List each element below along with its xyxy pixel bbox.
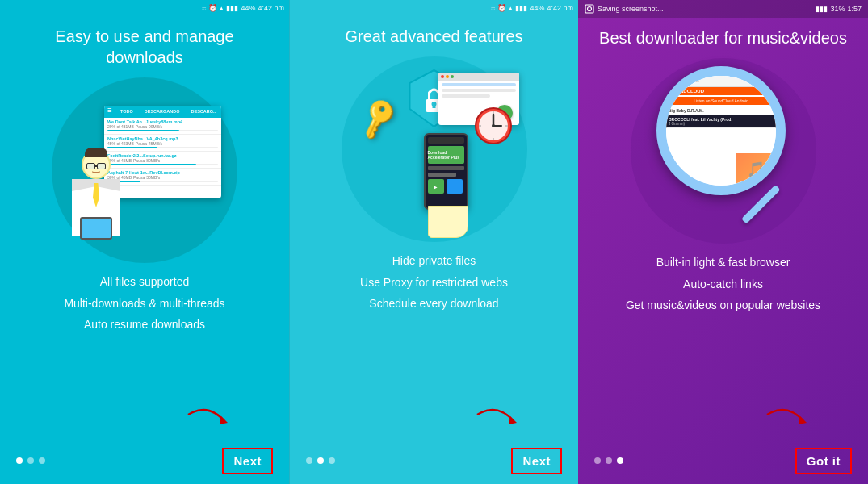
p3-time: 1:57	[847, 5, 862, 13]
dm-header: ☰ TODO DESCARGANDO DESCARG.. ↻	[104, 106, 221, 118]
feature-3-1: Built-in light & fast browser	[626, 252, 820, 273]
arrow-icon-1	[184, 407, 233, 431]
clock-icon	[474, 106, 513, 148]
soundcloud-screen: https://m.soundclou... 🔍 ⚙ SOUNDCLOUD Li…	[666, 76, 776, 186]
screenshot-text: Saving screenshot...	[598, 5, 664, 13]
feature-3-2: Auto-catch links	[626, 273, 820, 295]
sc-track-1: Big Baby D.R.A.M.	[666, 106, 776, 115]
panel1-dots	[16, 457, 45, 464]
panel1-illustration: ☰ TODO DESCARGANDO DESCARG.. ↻ We Dont T…	[52, 77, 237, 263]
person-tablet	[80, 217, 112, 240]
feature-3-3: Get music&videos on popular websites	[626, 294, 820, 316]
dm-tab-downloading: DESCARGANDO	[142, 108, 182, 115]
sc-track-sub: J Gramm)	[669, 122, 774, 126]
signal-icon-2: ▮▮▮	[515, 4, 527, 12]
dot-1-3	[39, 457, 45, 464]
status-bar-1: ⎓ ⏰ ▴ ▮▮▮ 44% 4:42 pm	[0, 0, 289, 16]
feature-2-3: Schedule every download	[360, 293, 508, 315]
panel1-title: Easy to use and manage downloads	[0, 16, 289, 74]
alarm-icon-2: ⏰	[497, 4, 506, 12]
alarm-icon-1: ⏰	[208, 4, 217, 12]
time-2: 4:42 pm	[547, 4, 573, 12]
p3-signal: ▮▮▮	[816, 5, 828, 13]
arrow-icon-3	[763, 407, 811, 431]
panel2-dots	[306, 457, 335, 464]
todo-icon: ☰	[107, 108, 111, 115]
dot-2-1	[306, 457, 312, 464]
bluetooth-icon-2: ⎓	[491, 4, 495, 12]
next-button-1[interactable]: Next	[222, 448, 273, 474]
status-bar-2: ⎓ ⏰ ▴ ▮▮▮ 44% 4:42 pm	[290, 0, 578, 16]
arrow-icon-2	[473, 407, 522, 431]
dm-file-1: We Dont Talk An...Juesky88vm.mp4 29% of …	[104, 118, 221, 135]
wifi-icon-2: ▴	[509, 4, 513, 12]
next-button-2[interactable]: Next	[511, 448, 562, 474]
wifi-icon-1: ▴	[220, 4, 224, 12]
arrow-indicator-1	[184, 407, 233, 434]
sc-url-bar: https://m.soundclou... 🔍 ⚙	[666, 76, 776, 87]
person-illustration	[64, 150, 128, 255]
svg-rect-14	[585, 5, 593, 13]
screenshot-icon	[585, 4, 594, 14]
dot-1-2	[27, 457, 34, 464]
panel3-title: Best downloader for music&videos	[583, 18, 863, 55]
arrow-indicator-2	[473, 407, 522, 434]
panel-1: ⎓ ⏰ ▴ ▮▮▮ 44% 4:42 pm Easy to use and ma…	[0, 0, 289, 484]
phone-hand-illustration: Download Accelerator Plus ▶	[424, 133, 476, 238]
time-1: 4:42 pm	[258, 4, 284, 12]
panel3-dots	[594, 457, 623, 464]
feature-1-3: Auto resume downloads	[64, 314, 224, 336]
person-head	[82, 150, 111, 179]
panel2-illustration: 🔑 ▶	[342, 56, 527, 242]
panel2-title: Great advanced features	[329, 16, 539, 53]
screenshot-saving-indicator: Saving screenshot...	[585, 4, 664, 14]
magnifier-handle	[741, 185, 781, 224]
p3-battery: 31%	[830, 5, 845, 13]
arrow-indicator-3	[763, 407, 811, 434]
feature-2-1: Hide private files	[360, 250, 508, 272]
panel3-illustration: https://m.soundclou... 🔍 ⚙ SOUNDCLOUD Li…	[631, 58, 816, 244]
signal-icon-1: ▮▮▮	[226, 4, 238, 12]
key-icon: 🔑	[354, 95, 401, 141]
dm-tab-done: DESCARG..	[189, 108, 219, 115]
dot-3-2	[606, 457, 612, 464]
panel2-bottom-bar: Next	[290, 437, 578, 484]
sc-search-icon: 🔍	[758, 77, 766, 85]
battery-1: 44%	[241, 4, 255, 12]
sc-gear-icon: ⚙	[768, 77, 774, 85]
magnifier-lens: https://m.soundclou... 🔍 ⚙ SOUNDCLOUD Li…	[656, 66, 786, 195]
sc-install-btn: Listen on SoundCloud Android	[669, 97, 773, 105]
panel1-bottom-bar: Next	[0, 437, 289, 484]
sc-brand-bar: SOUNDCLOUD	[666, 87, 776, 95]
bluetooth-icon-1: ⎓	[202, 4, 206, 12]
person-glasses	[86, 163, 109, 169]
dm-tab-todo: TODO	[118, 108, 136, 115]
sc-brand-name: SOUNDCLOUD	[669, 89, 704, 94]
dot-3-1	[594, 457, 601, 464]
dm-file-2: NhacVietHayNha...VA_4h3cq.mp3 45% of 423…	[104, 135, 221, 152]
dot-2-3	[329, 457, 335, 464]
magnifier-illustration: https://m.soundclou... 🔍 ⚙ SOUNDCLOUD Li…	[648, 66, 798, 236]
dot-1-active	[16, 457, 23, 464]
sc-album-art: 🎵	[736, 153, 776, 186]
battery-2: 44%	[530, 4, 544, 12]
person-body	[72, 179, 120, 236]
feature-1-2: Multi-downloads & multi-threads	[64, 293, 224, 315]
sc-track-2: BROCCOLI feat. Lil Yachty (Prod. J Gramm…	[666, 115, 776, 128]
got-it-button[interactable]: Got it	[795, 448, 852, 474]
svg-rect-3	[432, 104, 435, 108]
svg-point-15	[588, 7, 592, 11]
feature-2-2: Use Proxy for restricted webs	[360, 272, 508, 294]
panel-3: Saving screenshot... ▮▮▮ 31% 1:57 Best d…	[578, 0, 868, 484]
dot-2-active	[317, 457, 324, 464]
p3-status-right: ▮▮▮ 31% 1:57	[816, 5, 862, 13]
panel3-bottom-bar: Got it	[578, 437, 868, 484]
panel-2: ⎓ ⏰ ▴ ▮▮▮ 44% 4:42 pm Great advanced fea…	[289, 0, 578, 484]
feature-1-1: All files supported	[64, 271, 224, 293]
status-bar-3: Saving screenshot... ▮▮▮ 31% 1:57	[578, 0, 868, 18]
sc-url: https://m.soundclou...	[669, 79, 699, 83]
dot-3-active	[617, 457, 623, 464]
svg-point-8	[492, 124, 495, 127]
